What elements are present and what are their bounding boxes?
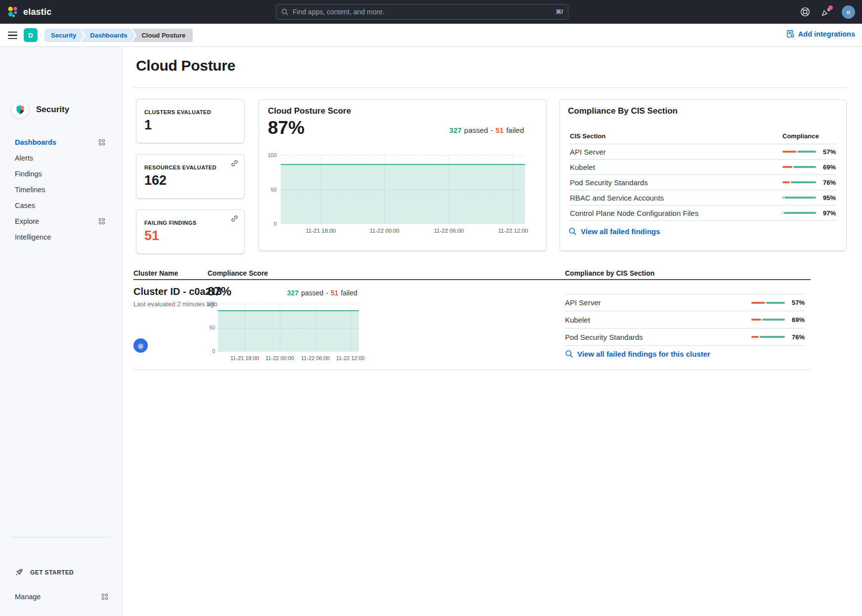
cis-row-pod-security: Pod Security Standards 76% [565, 329, 805, 346]
cloud-posture-score-card: Cloud Posture Score 87% 327 passed - 51 … [259, 99, 547, 251]
cluster-score-value: 87% [208, 285, 231, 298]
kpi-failing-findings-card: FAILING FINDINGS 51 [136, 209, 245, 254]
compliance-bar [782, 151, 816, 153]
cis-row-api-server: API Server 57% [570, 144, 836, 160]
deployment-badge[interactable]: D [24, 28, 38, 42]
sidebar-item-explore[interactable]: Explore [0, 213, 123, 229]
cis-table-header: CIS Section Compliance [570, 128, 836, 144]
table-header-underline [133, 279, 811, 280]
menu-toggle-icon[interactable] [8, 32, 17, 39]
add-integrations-button[interactable]: Add integrations [786, 30, 855, 38]
elastic-security-cloud-posture-page: elastic ⌘/ [0, 0, 862, 616]
passed-failed-summary: 327 passed - 51 failed [449, 126, 524, 134]
cis-row-control-plane: Control Plane Node Configuration Files 9… [570, 205, 836, 221]
cis-row-rbac: RBAC and Service Accounts 95% [570, 190, 836, 205]
search-shortcut-hint: ⌘/ [556, 8, 563, 15]
title-divider [133, 87, 847, 88]
sidebar-item-intelligence[interactable]: Intelligence [0, 229, 123, 245]
link-icon[interactable] [231, 160, 238, 169]
sidebar-item-dashboards[interactable]: Dashboards [0, 134, 123, 150]
breadcrumb-dashboards[interactable]: Dashboards [81, 29, 135, 42]
cluster-cis-table: API Server 57% Kubelet 69% Pod Security … [565, 294, 805, 346]
compliance-bar [782, 197, 816, 199]
breadcrumb-cloud-posture: Cloud Posture [132, 29, 193, 42]
passed-count: 327 [449, 126, 462, 134]
sidebar-item-findings[interactable]: Findings [0, 166, 123, 182]
cis-row-api-server: API Server 57% [565, 294, 805, 311]
global-search[interactable]: ⌘/ [276, 4, 568, 20]
apps-grid-icon [102, 594, 108, 600]
col-cluster-name: Cluster Name [133, 269, 178, 277]
search-icon [281, 8, 289, 16]
cis-table: CIS Section Compliance API Server 57% Ku… [570, 128, 836, 221]
elastic-logo-icon [7, 6, 19, 18]
compliance-by-cis-card: Compliance By CIS Section CIS Section Co… [560, 99, 847, 251]
apps-grid-icon [99, 139, 105, 145]
sidebar-app-title: Security [36, 105, 69, 115]
kpi-value: 1 [144, 118, 236, 133]
compliance-bar [782, 212, 816, 214]
link-icon[interactable] [231, 215, 238, 224]
get-started-button[interactable]: GET STARTED [15, 568, 74, 576]
security-app-header: Security [12, 101, 69, 118]
top-navigation-bar: elastic ⌘/ [0, 0, 862, 24]
view-all-failed-findings-link[interactable]: View all failed findings [568, 227, 660, 236]
cis-card-title: Compliance By CIS Section [568, 106, 678, 116]
score-card-title: Cloud Posture Score [268, 106, 351, 116]
news-notification-dot [828, 5, 833, 10]
help-icon[interactable] [800, 7, 810, 17]
user-avatar[interactable]: e [842, 5, 855, 19]
sidebar-item-cases[interactable]: Cases [0, 198, 123, 213]
kpi-label: FAILING FINDINGS [144, 220, 236, 226]
kpi-clusters-evaluated-card: CLUSTERS EVALUATED 1 [136, 99, 245, 143]
compliance-bar [782, 166, 816, 168]
breadcrumb: Security Dashboards Cloud Posture [44, 29, 193, 42]
add-integrations-label: Add integrations [798, 30, 855, 38]
page-title: Cloud Posture [136, 57, 235, 74]
table-row-divider [133, 370, 811, 370]
global-search-input[interactable] [293, 8, 552, 16]
compliance-bar [782, 181, 816, 183]
news-icon[interactable] [821, 7, 831, 17]
elastic-home-link[interactable]: elastic [7, 0, 51, 24]
sidebar-item-manage[interactable]: Manage [15, 593, 108, 601]
sidebar-nav: Dashboards Alerts Findings Timelines Cas… [0, 134, 123, 245]
clusters-table: Cluster Name Compliance Score Compliance… [133, 269, 811, 373]
breadcrumb-security[interactable]: Security [44, 29, 84, 42]
magnifier-icon [568, 227, 577, 236]
score-area-series [218, 310, 359, 352]
col-compliance-score: Compliance Score [208, 269, 268, 277]
kpi-value: 51 [144, 228, 236, 244]
failed-count: 51 [331, 289, 339, 297]
security-shield-icon [12, 101, 29, 118]
magnifier-icon [565, 350, 573, 358]
apps-grid-icon [99, 218, 105, 224]
get-started-label: GET STARTED [30, 569, 74, 576]
rocket-icon [15, 568, 23, 576]
view-failed-findings-cluster-link[interactable]: View all failed findings for this cluste… [565, 350, 710, 358]
compliance-bar [751, 319, 785, 321]
kpi-label: CLUSTERS EVALUATED [144, 109, 236, 115]
passed-count: 327 [287, 289, 299, 297]
cluster-passed-failed-summary: 327 passed - 51 failed [287, 289, 357, 297]
add-integrations-icon [786, 30, 795, 38]
topbar-actions: e [800, 0, 855, 24]
breadcrumb-bar: D Security Dashboards Cloud Posture Add … [0, 24, 862, 47]
compliance-bar [751, 336, 785, 338]
sidebar-item-timelines[interactable]: Timelines [0, 182, 123, 198]
cis-row-pod-security: Pod Security Standards 76% [570, 175, 836, 190]
cis-row-kubelet: Kubelet 69% [570, 160, 836, 175]
sidebar-item-alerts[interactable]: Alerts [0, 150, 123, 166]
score-area-series [281, 164, 525, 224]
kubernetes-icon: ⎈ [133, 338, 148, 353]
kpi-label: RESOURCES EVALUATED [144, 164, 236, 170]
security-sidebar: Security Dashboards Alerts Findings Time… [0, 47, 123, 616]
compliance-bar [751, 302, 785, 304]
brand-name: elastic [23, 7, 51, 17]
sidebar-divider [12, 537, 111, 537]
kpi-value: 162 [144, 173, 236, 188]
col-compliance-by-cis: Compliance by CIS Section [565, 269, 654, 277]
kpi-resources-evaluated-card: RESOURCES EVALUATED 162 [136, 154, 245, 199]
failed-count: 51 [495, 126, 504, 134]
posture-score-value: 87% [268, 118, 304, 138]
